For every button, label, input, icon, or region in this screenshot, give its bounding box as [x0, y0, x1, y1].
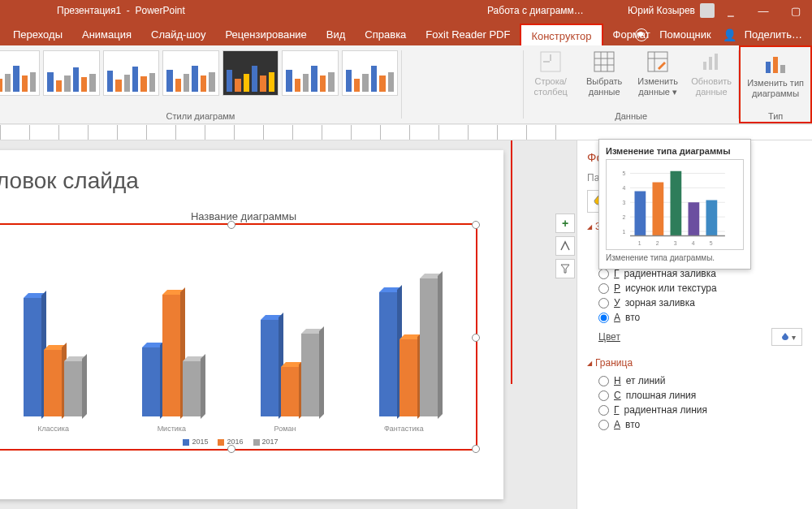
format-pane: Фо Пара З Нет заливкиСплошная заливкаГра…	[577, 140, 812, 509]
chart-bar[interactable]	[420, 278, 438, 416]
tab-animations[interactable]: Анимация	[72, 24, 141, 45]
chart-style-thumb[interactable]	[222, 50, 279, 96]
border-option[interactable]: Сплошная линия	[587, 388, 802, 403]
chart-bar[interactable]	[261, 320, 279, 416]
slide-canvas[interactable]: оловок слайда Название диаграммы Классик…	[0, 140, 577, 509]
fill-option[interactable]: Авто	[587, 310, 802, 325]
chart-title[interactable]: Название диаграммы	[0, 210, 503, 222]
change-chart-type-tooltip: Изменение типа диаграммы 54321 12345	[598, 139, 751, 270]
ribbon-options-button[interactable]: ⎯	[715, 0, 747, 21]
share-button[interactable]: Поделить…	[741, 24, 806, 45]
svg-text:4: 4	[622, 185, 625, 191]
slide: оловок слайда Название диаграммы Классик…	[0, 150, 503, 499]
tab-slideshow[interactable]: Слайд-шоу	[141, 24, 215, 45]
color-label: Цвет	[598, 331, 620, 343]
chart-bar[interactable]	[379, 292, 397, 416]
chart-style-thumb[interactable]	[342, 50, 398, 96]
chart-category-axis: КлассикаМистикаРоманФантастика	[0, 425, 468, 433]
svg-text:5: 5	[622, 170, 625, 176]
chart-style-thumb[interactable]	[43, 50, 99, 96]
chart-bar[interactable]	[301, 334, 319, 416]
group-label-chart-styles: Стили диаграмм	[0, 111, 401, 121]
legend-item[interactable]: 2017	[253, 438, 279, 446]
category-label: Мистика	[158, 425, 186, 433]
tab-chart-design[interactable]: Конструктор	[520, 24, 603, 46]
chart-style-thumb[interactable]	[162, 50, 218, 96]
chart-bar[interactable]	[24, 298, 41, 416]
maximize-button[interactable]: ▢	[780, 0, 812, 21]
border-option[interactable]: Нет линий	[587, 373, 802, 388]
tell-me-icon	[635, 28, 648, 41]
svg-text:2: 2	[656, 240, 659, 246]
svg-rect-26	[635, 192, 646, 236]
svg-text:4: 4	[692, 240, 695, 246]
chart-legend[interactable]: 201520162017	[0, 438, 476, 446]
tab-transitions[interactable]: Переходы	[3, 24, 72, 45]
edit-data-icon	[645, 49, 671, 75]
selection-handle[interactable]	[227, 445, 235, 453]
group-label-type: Тип	[739, 111, 812, 121]
selection-handle[interactable]	[472, 445, 480, 453]
tab-view[interactable]: Вид	[317, 24, 356, 45]
fill-color-picker[interactable]: ▾	[771, 328, 802, 346]
chart-bar[interactable]	[400, 339, 417, 416]
border-section-header[interactable]: Граница	[587, 357, 802, 369]
minimize-button[interactable]: —	[747, 0, 780, 21]
chart-styles-button[interactable]	[555, 236, 575, 256]
tab-help[interactable]: Справка	[355, 24, 416, 45]
fill-option[interactable]: Рисунок или текстура	[587, 281, 802, 295]
svg-rect-28	[671, 171, 682, 236]
horizontal-ruler	[0, 124, 812, 140]
chart-bar[interactable]	[44, 350, 62, 416]
selection-handle[interactable]	[472, 221, 480, 229]
chart-style-thumb[interactable]	[0, 50, 40, 96]
svg-rect-27	[653, 183, 664, 236]
window-controls: ⎯ — ▢	[715, 0, 812, 21]
legend-item[interactable]: 2016	[218, 438, 243, 446]
legend-item[interactable]: 2015	[183, 438, 208, 446]
user-name: Юрий Козырев	[628, 5, 695, 16]
chart-bar[interactable]	[162, 295, 180, 416]
tab-foxit[interactable]: Foxit Reader PDF	[416, 24, 520, 45]
tell-me[interactable]: Помощник	[653, 24, 718, 45]
selection-handle[interactable]	[227, 221, 235, 229]
svg-rect-11	[715, 54, 718, 70]
border-option[interactable]: Авто	[587, 417, 802, 432]
change-chart-type-icon	[762, 50, 788, 76]
svg-rect-30	[706, 201, 718, 236]
chart-plot-area[interactable]	[0, 231, 468, 416]
selection-handle[interactable]	[472, 334, 480, 342]
avatar-icon	[700, 3, 715, 18]
svg-text:1: 1	[622, 229, 625, 235]
chart-bar[interactable]	[64, 361, 82, 416]
tooltip-body: Изменение типа диаграммы.	[606, 253, 744, 262]
chart-hover-tools: +	[555, 214, 575, 278]
ribbon-tabs: Переходы Анимация Слайд-шоу Рецензирован…	[0, 21, 812, 45]
tooltip-title: Изменение типа диаграммы	[606, 146, 744, 156]
category-label: Классика	[37, 425, 69, 433]
tab-review[interactable]: Рецензирование	[215, 24, 316, 45]
chart-bar[interactable]	[281, 367, 299, 416]
slide-title-placeholder[interactable]: оловок слайда	[0, 168, 139, 194]
svg-text:2: 2	[622, 214, 625, 220]
share-icon: 👤	[723, 28, 736, 41]
chart-style-thumb[interactable]	[282, 50, 338, 96]
chart-filters-button[interactable]	[555, 259, 575, 278]
svg-rect-29	[689, 202, 700, 235]
account[interactable]: Юрий Козырев	[628, 3, 715, 18]
svg-rect-10	[709, 57, 712, 70]
svg-rect-6	[648, 52, 667, 71]
category-label: Роман	[274, 425, 296, 433]
border-option[interactable]: Градиентная линия	[587, 403, 802, 417]
context-tab-label: Работа с диаграмм…	[487, 5, 584, 16]
chart-style-thumb[interactable]	[103, 50, 159, 96]
svg-rect-12	[766, 62, 771, 73]
chart-elements-button[interactable]: +	[555, 214, 575, 233]
chart-object[interactable]: КлассикаМистикаРоманФантастика 201520162…	[0, 223, 477, 451]
svg-rect-13	[773, 57, 778, 73]
select-data-icon	[591, 49, 617, 75]
chart-bar[interactable]	[142, 347, 160, 416]
chart-bar[interactable]	[183, 361, 201, 416]
fill-option[interactable]: Узорная заливка	[587, 295, 802, 310]
chart-styles-gallery[interactable]	[0, 45, 401, 97]
